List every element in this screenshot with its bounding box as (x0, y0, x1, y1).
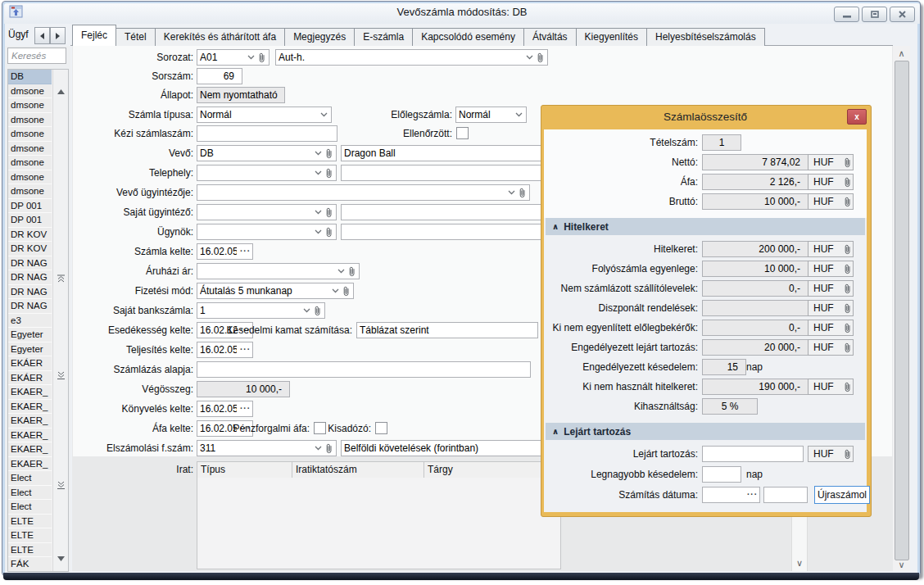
close-button[interactable] (890, 7, 915, 22)
attachment-icon[interactable] (517, 188, 528, 198)
scroll-page-down-icon[interactable] (56, 371, 66, 379)
chevron-down-icon[interactable] (506, 190, 517, 195)
list-item[interactable]: dmsone (8, 170, 52, 185)
list-item[interactable]: Elect (8, 500, 52, 515)
scroll-up-icon[interactable] (56, 88, 66, 96)
attachment-icon[interactable] (324, 443, 334, 454)
hitelkeret-currency-button[interactable]: HUF (808, 241, 854, 257)
szamlazas-alapja-input[interactable] (197, 361, 531, 378)
kisadozo-checkbox[interactable] (375, 422, 387, 434)
tab-t-tel[interactable]: Tétel (116, 28, 156, 46)
list-item[interactable]: dmsone (8, 84, 52, 99)
list-item[interactable]: DR NAG (8, 299, 52, 314)
diszponalt-currency-button[interactable]: HUF (808, 300, 854, 316)
list-item[interactable]: EKAER_ (8, 457, 52, 472)
list-item[interactable]: DR KOV (8, 228, 52, 243)
list-item[interactable]: DR NAG (8, 285, 52, 300)
kesedelmi-kamat-field[interactable]: Táblázat szerint (356, 322, 538, 338)
hitelkeret-section-header[interactable]: ∧ Hitelkeret (546, 218, 865, 235)
list-item[interactable]: EKAER_ (8, 385, 52, 400)
list-item[interactable]: dmsone (8, 184, 52, 199)
sorszam-input[interactable]: 69 (197, 68, 242, 84)
chevron-down-icon[interactable] (336, 269, 346, 274)
attachment-icon[interactable] (535, 52, 546, 63)
scrollbar-thumb[interactable] (895, 61, 909, 560)
list-item[interactable]: EKÁER (8, 371, 52, 386)
ugynok-combo[interactable] (197, 224, 337, 240)
szamitas-ido-field[interactable] (763, 487, 808, 503)
penzforgalmi-afa-checkbox[interactable] (314, 422, 326, 434)
telephely-combo[interactable] (197, 165, 337, 181)
ki-nem-hasznalt-currency-button[interactable]: HUF (808, 379, 854, 395)
list-item[interactable]: DR KOV (8, 242, 52, 256)
sajat-ugyintezo-combo[interactable] (197, 204, 337, 220)
scroll-page-up-icon[interactable] (56, 274, 66, 283)
tab-kiegyenl-t-s[interactable]: Kiegyenlítés (576, 28, 647, 46)
vevo-combo[interactable]: DB (197, 145, 337, 161)
lejart-tartozas-currency-button[interactable]: HUF (808, 446, 854, 462)
sajat-bankszamla-combo[interactable]: 1 (197, 302, 325, 319)
brutto-currency-button[interactable]: HUF (808, 193, 854, 210)
chevron-down-icon[interactable] (246, 55, 256, 60)
szamla-tipusa-combo[interactable]: Normál (197, 107, 332, 123)
recalc-button[interactable]: Újraszámol (814, 486, 870, 504)
sorozat-name-combo[interactable]: Aut-h. (275, 49, 548, 66)
attachment-icon[interactable] (324, 207, 334, 218)
tab-megjegyz-s[interactable]: Megjegyzés (284, 28, 355, 46)
scroll-page-down-icon[interactable] (56, 481, 66, 489)
list-item[interactable]: DB (8, 70, 52, 84)
tab-kapcsol-d-esem-ny[interactable]: Kapcsolódó esemény (412, 28, 524, 46)
teljesites-kelte-date[interactable]: 16.02.05. ··· (197, 342, 253, 358)
ellipsis-icon[interactable]: ··· (237, 244, 251, 259)
elolegszamla-combo[interactable]: Normál (455, 107, 527, 123)
restore-button[interactable] (862, 7, 887, 22)
scroll-down-button[interactable]: ∨ (792, 556, 807, 569)
list-item[interactable]: dmsone (8, 127, 52, 142)
elszamolasi-name-field[interactable]: Belföldi követelések (forintban) (341, 440, 549, 456)
legnagyobb-kesedelem-field[interactable] (702, 466, 741, 483)
attachment-icon[interactable] (324, 168, 334, 179)
list-item[interactable]: ELTE (8, 543, 52, 558)
afa-currency-button[interactable]: HUF (808, 174, 854, 190)
lejart-tartozas-field[interactable] (702, 446, 804, 462)
irat-table-body[interactable] (197, 478, 561, 569)
list-item[interactable]: DP 001 (8, 213, 52, 228)
sidebar-scroll-right-button[interactable] (50, 27, 66, 44)
irat-column-header[interactable]: Iratiktatószám (292, 461, 428, 478)
aruhazi-ar-combo[interactable] (197, 263, 360, 279)
popup-close-button[interactable]: x (847, 109, 867, 125)
tab-fejl-c[interactable]: Fejléc (72, 25, 116, 46)
szamitas-datuma-date[interactable]: ··· (702, 487, 760, 503)
irat-column-header[interactable]: Típus (197, 461, 296, 478)
list-item[interactable]: EKAER_ (8, 400, 52, 415)
chevron-down-icon[interactable] (319, 112, 329, 117)
page-scrollbar[interactable]: ∧ ∨ (893, 46, 910, 571)
ellipsis-icon[interactable]: ··· (744, 488, 758, 502)
chevron-down-icon[interactable] (313, 151, 324, 156)
list-item[interactable]: EKÁER (8, 356, 52, 371)
list-item[interactable]: Egyeter (8, 328, 52, 342)
list-item[interactable]: dmsone (8, 113, 52, 128)
list-item[interactable]: Egyeter (8, 342, 52, 357)
konyveles-kelte-date[interactable]: 16.02.05. ··· (197, 401, 253, 417)
scroll-up-button[interactable]: ∧ (893, 46, 910, 60)
chevron-down-icon[interactable] (313, 170, 324, 175)
chevron-down-icon[interactable] (313, 446, 324, 451)
ugynok-name-field[interactable] (341, 224, 549, 240)
list-item[interactable]: DR NAG (8, 256, 52, 271)
list-item[interactable]: dmsone (8, 142, 52, 156)
list-item[interactable]: Elect (8, 471, 52, 486)
sidebar-scrollbar[interactable] (52, 70, 69, 571)
sajat-ugyintezo-name-field[interactable] (341, 204, 549, 220)
attachment-icon[interactable] (312, 306, 323, 316)
list-item[interactable]: Elect (8, 486, 52, 501)
lejart-tartozas-section-header[interactable]: ∧ Lejárt tartozás (546, 423, 865, 440)
chevron-down-icon[interactable] (514, 112, 524, 117)
vevo-name-field[interactable]: Dragon Ball (341, 145, 549, 161)
elszamolasi-fszam-combo[interactable]: 311 (197, 440, 337, 456)
fizetesi-mod-combo[interactable]: Átutalás 5 munkanap (197, 283, 354, 299)
list-item[interactable]: dmsone (8, 156, 52, 170)
tab-kerek-t-s-s-th-r-tott-fa[interactable]: Kerekítés és áthárított áfa (155, 28, 285, 46)
ellipsis-icon[interactable]: ··· (237, 342, 251, 357)
tab-e-sz-mla[interactable]: E-számla (354, 28, 413, 46)
